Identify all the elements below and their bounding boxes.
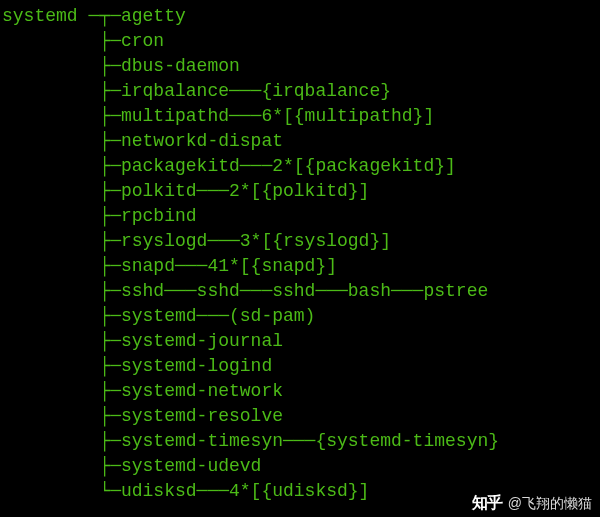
process-entry: cron [121,31,164,51]
tree-spacer [0,179,89,204]
tree-connector: ├─ [89,31,121,51]
tree-spacer [0,29,89,54]
process-entry: multipathd───6*[{multipathd}] [121,106,434,126]
process-entry: agetty [121,6,186,26]
tree-spacer [0,329,89,354]
tree-connector: ├─ [89,306,121,326]
tree-connector: ├─ [89,131,121,151]
tree-connector: ├─ [89,81,121,101]
tree-row: ├─polkitd───2*[{polkitd}] [0,179,600,204]
tree-spacer [0,229,89,254]
tree-spacer [0,304,89,329]
process-entry: networkd-dispat [121,131,283,151]
tree-row: ├─cron [0,29,600,54]
process-entry: irqbalance───{irqbalance} [121,81,391,101]
tree-spacer [0,404,89,429]
tree-connector: ├─ [89,331,121,351]
tree-row: ├─rsyslogd───3*[{rsyslogd}] [0,229,600,254]
tree-row: ├─systemd───(sd-pam) [0,304,600,329]
tree-connector: ├─ [89,456,121,476]
process-entry: polkitd───2*[{polkitd}] [121,181,369,201]
process-entry: systemd-timesyn───{systemd-timesyn} [121,431,499,451]
tree-row: ├─snapd───41*[{snapd}] [0,254,600,279]
tree-row: ├─sshd───sshd───sshd───bash───pstree [0,279,600,304]
process-entry: udisksd───4*[{udisksd}] [121,481,369,501]
tree-spacer [0,129,89,154]
process-entry: systemd-logind [121,356,272,376]
watermark-author: @飞翔的懒猫 [508,496,592,510]
tree-row: ├─multipathd───6*[{multipathd}] [0,104,600,129]
tree-row: ├─systemd-journal [0,329,600,354]
tree-row: ├─dbus-daemon [0,54,600,79]
process-entry: rsyslogd───3*[{rsyslogd}] [121,231,391,251]
tree-connector: ├─ [89,381,121,401]
process-entry: packagekitd───2*[{packagekitd}] [121,156,456,176]
tree-row: ├─packagekitd───2*[{packagekitd}] [0,154,600,179]
tree-spacer [0,479,89,504]
tree-connector: ├─ [89,356,121,376]
process-entry: systemd───(sd-pam) [121,306,315,326]
watermark: 知乎 @飞翔的懒猫 [472,495,592,511]
tree-spacer [0,254,89,279]
tree-spacer [0,379,89,404]
tree-row: ├─systemd-udevd [0,454,600,479]
tree-spacer [0,279,89,304]
tree-row: ├─rpcbind [0,204,600,229]
zhihu-logo: 知乎 [472,495,502,511]
process-entry: sshd───sshd───sshd───bash───pstree [121,281,488,301]
tree-connector: ├─ [89,56,121,76]
tree-row: ├─systemd-resolve [0,404,600,429]
tree-spacer [0,79,89,104]
tree-connector: ├─ [89,231,121,251]
process-entry: snapd───41*[{snapd}] [121,256,337,276]
tree-connector: ├─ [89,181,121,201]
tree-spacer [0,104,89,129]
tree-connector: ├─ [89,106,121,126]
tree-spacer [0,454,89,479]
process-entry: systemd-journal [121,331,283,351]
process-entry: systemd-udevd [121,456,261,476]
process-entry: systemd-network [121,381,283,401]
tree-connector: ├─ [89,206,121,226]
tree-spacer [0,429,89,454]
process-entry: dbus-daemon [121,56,240,76]
tree-connector: ├─ [89,431,121,451]
root-process: systemd [0,4,89,29]
tree-row: ├─systemd-timesyn───{systemd-timesyn} [0,429,600,454]
tree-connector: ├─ [89,256,121,276]
tree-connector: ├─ [89,156,121,176]
tree-connector: ─┬─ [89,6,121,26]
tree-row: systemd─┬─agetty [0,4,600,29]
tree-row: ├─networkd-dispat [0,129,600,154]
tree-spacer [0,354,89,379]
tree-row: ├─systemd-network [0,379,600,404]
process-entry: systemd-resolve [121,406,283,426]
tree-spacer [0,54,89,79]
pstree-output: systemd─┬─agetty ├─cron ├─dbus-daemon ├─… [0,4,600,504]
process-entry: rpcbind [121,206,197,226]
tree-connector: ├─ [89,281,121,301]
tree-row: ├─systemd-logind [0,354,600,379]
tree-spacer [0,204,89,229]
tree-connector: ├─ [89,406,121,426]
tree-row: ├─irqbalance───{irqbalance} [0,79,600,104]
tree-spacer [0,154,89,179]
tree-connector: └─ [89,481,121,501]
